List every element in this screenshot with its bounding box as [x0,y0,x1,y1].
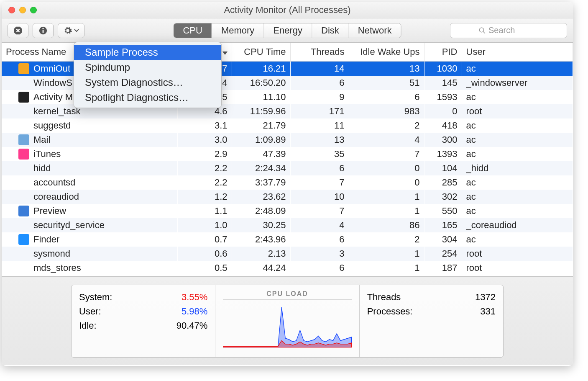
tab-cpu[interactable]: CPU [174,23,212,38]
cell-threads: 7 [290,204,349,218]
cell-threads: 6 [290,161,349,175]
menu-item[interactable]: System Diagnostics… [74,75,221,90]
info-button[interactable] [33,23,54,38]
cell-pct: 2.2 [177,175,232,190]
cell-threads: 4 [290,218,349,232]
cell-pct: 1.1 [177,204,232,218]
process-name: sysmond [33,248,70,259]
cell-user: ac [462,175,573,190]
table-row[interactable]: securityd_service1.030.25486165_coreaudi… [2,218,573,232]
cell-pct: 0.6 [177,247,232,261]
tab-disk[interactable]: Disk [312,23,349,38]
app-icon [18,120,29,131]
cell-pid: 418 [424,118,462,133]
process-name: accountsd [33,177,75,188]
titlebar: Activity Monitor (All Processes) [2,2,573,18]
chart-title: CPU LOAD [223,290,351,300]
table-row[interactable]: coreaudiod1.223.62101302ac [2,190,573,204]
search-field[interactable] [450,23,567,38]
cell-wake: 7 [349,147,424,161]
user-value: 5.98% [182,306,207,317]
cell-threads: 6 [290,76,349,90]
table-row[interactable]: mds_stores0.544.2461187root [2,261,573,275]
cell-pid: 285 [424,175,462,190]
column-header[interactable]: PID [424,43,462,61]
idle-label: Idle: [79,320,97,331]
menu-item[interactable]: Spotlight Diagnostics… [74,90,221,105]
process-name: OmniOut [33,63,70,74]
table-row[interactable]: hidd2.22:24.3460104_hidd [2,161,573,175]
cell-time: 16.21 [232,61,290,76]
cell-pid: 1593 [424,90,462,104]
cell-threads: 6 [290,261,349,275]
cell-user: ac [462,204,573,218]
column-header[interactable]: User [462,43,573,61]
table-row[interactable]: iTunes2.947.393571393ac [2,147,573,161]
cell-user: root [462,104,573,118]
cell-pct: 0.7 [177,232,232,247]
cell-pct: 2.9 [177,147,232,161]
cell-wake: 1 [349,247,424,261]
cpu-load-chart: CPU LOAD [215,285,359,357]
process-name: Activity M [33,92,73,103]
cell-wake: 13 [349,61,424,76]
info-icon [38,26,48,35]
cell-user: ac [462,61,573,76]
table-row[interactable]: Mail3.01:09.89134300ac [2,133,573,147]
cell-pct: 1.0 [177,218,232,232]
app-icon [18,77,29,88]
toolbar: CPUMemoryEnergyDiskNetwork [2,18,573,43]
process-name: hidd [33,163,51,174]
process-name: Preview [33,206,66,216]
app-icon [18,63,29,74]
search-input[interactable] [488,26,539,35]
process-name: WindowS [33,77,72,88]
process-name: kernel_task [33,106,81,117]
system-label: System: [79,292,112,303]
idle-value: 90.47% [176,320,208,331]
table-row[interactable]: sysmond0.62.1331254root [2,247,573,261]
svg-line-7 [483,31,485,33]
menu-item[interactable]: Sample Process [74,45,221,60]
cell-threads: 14 [290,61,349,76]
cell-pid: 145 [424,76,462,90]
table-row[interactable]: accountsd2.23:37.7970285ac [2,175,573,190]
cell-threads: 13 [290,133,349,147]
cell-time: 1:09.89 [232,133,290,147]
footer: System:3.55% User:5.98% Idle:90.47% CPU … [2,276,573,365]
cell-wake: 6 [349,90,424,104]
column-header[interactable]: Idle Wake Ups [349,43,424,61]
gear-menu-button[interactable] [58,23,84,38]
cell-time: 21.79 [232,118,290,133]
cell-pct: 1.2 [177,190,232,204]
app-icon [18,177,29,188]
cell-wake: 1 [349,261,424,275]
cell-threads: 3 [290,247,349,261]
cell-user: ac [462,147,573,161]
cell-user: root [462,261,573,275]
tab-memory[interactable]: Memory [212,23,264,38]
table-row[interactable]: suggestd3.121.79112418ac [2,118,573,133]
cell-time: 44.24 [232,261,290,275]
cell-pct: 0.5 [177,261,232,275]
cell-user: _coreaudiod [462,218,573,232]
app-icon [18,220,29,231]
processes-value: 331 [480,306,496,317]
tab-energy[interactable]: Energy [264,23,312,38]
app-icon [18,149,29,160]
column-header[interactable]: Threads [290,43,349,61]
search-icon [478,27,486,34]
cell-pid: 165 [424,218,462,232]
table-row[interactable]: Preview1.12:48.0971550ac [2,204,573,218]
cell-threads: 9 [290,90,349,104]
app-icon [18,263,29,273]
table-row[interactable]: Finder0.72:43.9662304ac [2,232,573,247]
cell-pct: 3.1 [177,118,232,133]
cell-time: 30.25 [232,218,290,232]
menu-item[interactable]: Spindump [74,60,221,75]
column-header[interactable]: CPU Time [232,43,290,61]
cell-threads: 11 [290,118,349,133]
stop-process-button[interactable] [8,23,28,38]
process-name: securityd_service [33,220,105,231]
tab-network[interactable]: Network [349,23,401,38]
